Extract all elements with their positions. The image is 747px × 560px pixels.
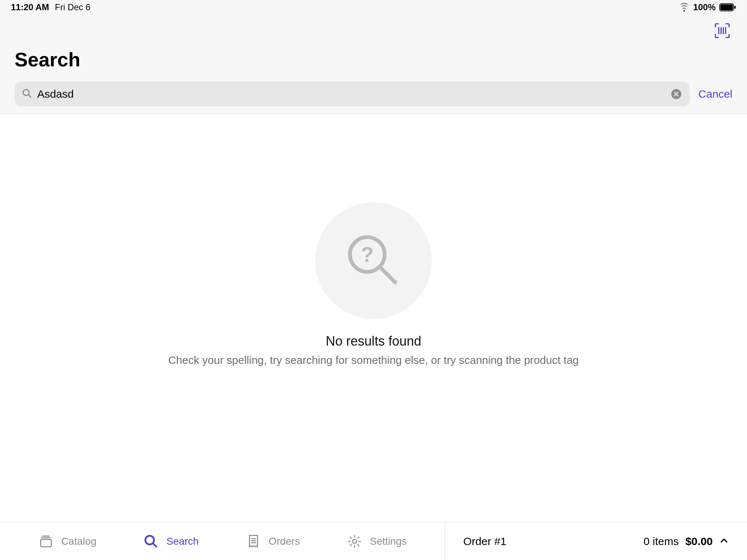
status-bar: 11:20 AM Fri Dec 6 100%	[0, 0, 747, 15]
tab-orders[interactable]: Orders	[245, 533, 300, 549]
cancel-button[interactable]: Cancel	[698, 88, 732, 100]
order-summary-bar[interactable]: Order #1 0 items $0.00	[445, 522, 747, 560]
tab-label: Orders	[269, 536, 300, 547]
svg-line-17	[153, 543, 156, 547]
catalog-icon	[38, 533, 54, 549]
gear-icon	[347, 533, 363, 549]
tab-bar: Catalog Search Orders Settings	[0, 522, 445, 560]
page-title: Search	[15, 48, 732, 71]
bottom-bar: Catalog Search Orders Settings Order #1 …	[0, 522, 747, 560]
receipt-icon	[245, 533, 262, 549]
status-time: 11:20 AM	[11, 2, 49, 12]
search-header: Search Cancel	[0, 15, 747, 114]
empty-state-title: No results found	[326, 334, 421, 349]
svg-text:?: ?	[361, 243, 374, 266]
barcode-scan-button[interactable]	[712, 20, 732, 41]
search-input[interactable]	[37, 88, 665, 100]
clear-search-button[interactable]	[670, 88, 682, 100]
status-date: Fri Dec 6	[55, 2, 90, 12]
tab-label: Settings	[370, 536, 407, 547]
svg-rect-1	[720, 4, 733, 10]
status-battery-pct: 100%	[693, 2, 716, 12]
search-results-empty: ? No results found Check your spelling, …	[0, 126, 747, 522]
wifi-icon	[679, 3, 690, 12]
tab-label: Search	[166, 536, 199, 547]
tab-settings[interactable]: Settings	[347, 533, 407, 549]
svg-rect-2	[734, 6, 736, 9]
order-total: $0.00	[685, 535, 713, 548]
svg-line-11	[381, 268, 395, 282]
tab-search[interactable]: Search	[143, 533, 199, 549]
svg-line-8	[28, 95, 31, 97]
chevron-up-icon	[719, 535, 729, 548]
tab-label: Catalog	[61, 536, 97, 547]
order-items-count: 0 items	[643, 535, 679, 548]
empty-state-subtitle: Check your spelling, try searching for s…	[168, 354, 579, 366]
battery-icon	[719, 3, 736, 11]
empty-state-illustration: ?	[315, 202, 432, 319]
svg-point-21	[352, 539, 356, 543]
tab-catalog[interactable]: Catalog	[38, 533, 97, 549]
order-label: Order #1	[463, 535, 506, 548]
search-icon	[143, 533, 159, 549]
svg-rect-15	[40, 539, 51, 547]
search-field[interactable]	[15, 82, 690, 106]
search-icon	[22, 88, 32, 100]
